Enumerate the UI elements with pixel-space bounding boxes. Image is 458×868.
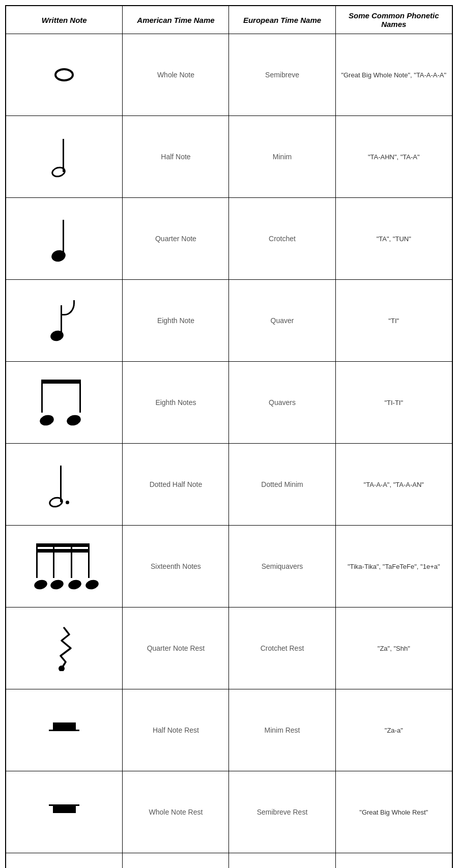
half-note-symbol bbox=[51, 136, 77, 177]
american-name-cell: Half Note bbox=[123, 116, 229, 198]
american-name-cell: Half Note Rest bbox=[123, 689, 229, 771]
phonetic-cell: "Tika-Tika", "TaFeTeFe", "1e+a" bbox=[335, 526, 452, 607]
note-symbol-cell bbox=[6, 853, 123, 869]
note-symbol-cell bbox=[6, 526, 123, 607]
note-symbol-cell bbox=[6, 280, 123, 362]
european-name-cell: Minim Rest bbox=[229, 689, 335, 771]
european-name-cell: Dotted Minim bbox=[229, 444, 335, 526]
european-name-cell: Crotchet bbox=[229, 198, 335, 280]
phonetic-cell: "TI-TI" bbox=[335, 362, 452, 444]
european-name-cell: Quaver bbox=[229, 280, 335, 362]
american-name-cell: Whole Note Rest bbox=[123, 771, 229, 853]
phonetic-cell: "Great Big Whole Rest" bbox=[335, 771, 452, 853]
table-row: Eighth Note Quaver "TI" bbox=[6, 280, 452, 362]
table-row: Dotted Half Note Dotted Minim "TA-A-A", … bbox=[6, 444, 452, 526]
header-written-note: Written Note bbox=[6, 6, 123, 34]
quarter-note-symbol bbox=[51, 216, 77, 262]
note-symbol-cell bbox=[6, 771, 123, 853]
table-row: Quarter Note Rest Crotchet Rest "Za", "S… bbox=[6, 607, 452, 689]
phonetic-cell: "TA-A-A", "TA-A-AN" bbox=[335, 444, 452, 526]
american-name-cell: Eighth Notes bbox=[123, 362, 229, 444]
european-name-cell: Minim bbox=[229, 116, 335, 198]
american-name-cell: Dotted Half Note bbox=[123, 444, 229, 526]
music-notes-table: Written Note American Time Name European… bbox=[5, 5, 453, 868]
european-name-cell: Crotchet Rest bbox=[229, 607, 335, 689]
phonetic-cell: "Za", "Shh" bbox=[335, 607, 452, 689]
phonetic-cell: "TA-AHN", "TA-A" bbox=[335, 116, 452, 198]
phonetic-cell: "Za-a" bbox=[335, 689, 452, 771]
phonetic-cell: "TI" bbox=[335, 280, 452, 362]
sixteenth-notes-symbol bbox=[36, 543, 92, 589]
note-symbol-cell bbox=[6, 607, 123, 689]
note-symbol-cell bbox=[6, 116, 123, 198]
whole-note-symbol bbox=[54, 68, 74, 81]
table-row: Whole Note Semibreve "Great Big Whole No… bbox=[6, 34, 452, 116]
european-name-cell: Quavers bbox=[229, 362, 335, 444]
header-phonetic-names: Some Common Phonetic Names bbox=[335, 6, 452, 34]
american-name-cell: Quarter Note bbox=[123, 198, 229, 280]
table-row: Eighth Note Rest Quaver Rest "Zi" bbox=[6, 853, 452, 869]
american-name-cell: Eighth Note bbox=[123, 280, 229, 362]
header-american-name: American Time Name bbox=[123, 6, 229, 34]
european-name-cell: Semibreve Rest bbox=[229, 771, 335, 853]
phonetic-cell: "Great Big Whole Note", "TA-A-A-A" bbox=[335, 34, 452, 116]
american-name-cell: Eighth Note Rest bbox=[123, 853, 229, 869]
european-name-cell: Quaver Rest bbox=[229, 853, 335, 869]
american-name-cell: Sixteenth Notes bbox=[123, 526, 229, 607]
dotted-half-note-symbol bbox=[49, 461, 79, 507]
note-symbol-cell bbox=[6, 198, 123, 280]
table-row: Whole Note Rest Semibreve Rest "Great Bi… bbox=[6, 771, 452, 853]
eighth-note-symbol bbox=[50, 300, 78, 341]
quarter-rest-symbol bbox=[51, 625, 77, 671]
phonetic-cell: "TA", "TUN" bbox=[335, 198, 452, 280]
phonetic-cell: "Zi" bbox=[335, 853, 452, 869]
european-name-cell: Semiquavers bbox=[229, 526, 335, 607]
table-row: Half Note Minim "TA-AHN", "TA-A" bbox=[6, 116, 452, 198]
american-name-cell: Quarter Note Rest bbox=[123, 607, 229, 689]
note-symbol-cell bbox=[6, 689, 123, 771]
table-row: Eighth Notes Quavers "TI-TI" bbox=[6, 362, 452, 444]
beamed-eighth-notes-symbol bbox=[41, 380, 87, 425]
american-name-cell: Whole Note bbox=[123, 34, 229, 116]
whole-rest-symbol bbox=[50, 804, 78, 820]
note-symbol-cell bbox=[6, 34, 123, 116]
note-symbol-cell bbox=[6, 444, 123, 526]
table-row: Sixteenth Notes Semiquavers "Tika-Tika",… bbox=[6, 526, 452, 607]
table-row: Half Note Rest Minim Rest "Za-a" bbox=[6, 689, 452, 771]
half-rest-symbol bbox=[50, 722, 78, 738]
note-symbol-cell bbox=[6, 362, 123, 444]
table-row: Quarter Note Crotchet "TA", "TUN" bbox=[6, 198, 452, 280]
header-european-name: European Time Name bbox=[229, 6, 335, 34]
european-name-cell: Semibreve bbox=[229, 34, 335, 116]
